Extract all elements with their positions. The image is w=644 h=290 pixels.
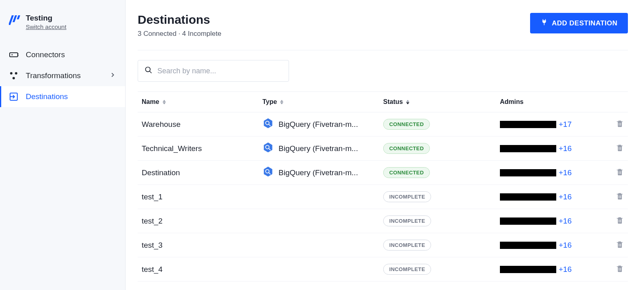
admins-more-count[interactable]: +16 xyxy=(559,265,572,274)
row-name: Destination xyxy=(142,168,262,177)
row-name: test_1 xyxy=(142,193,262,201)
add-destination-label: ADD DESTINATION xyxy=(552,19,617,27)
plug-icon xyxy=(541,19,548,28)
sidebar-item-transformations[interactable]: Transformations xyxy=(0,65,125,86)
account-block: Testing Switch account xyxy=(0,14,125,43)
connectors-icon xyxy=(9,50,19,60)
bigquery-icon xyxy=(262,118,274,131)
admin-avatar-redacted xyxy=(500,218,556,225)
destinations-icon xyxy=(9,92,19,102)
admins-more-count[interactable]: +16 xyxy=(559,168,572,177)
svg-point-8 xyxy=(15,72,17,75)
admin-avatar-redacted xyxy=(500,169,556,176)
sidebar-nav: Connectors Transformations xyxy=(0,43,125,107)
column-name[interactable]: Name xyxy=(142,98,262,106)
svg-marker-17 xyxy=(264,143,272,153)
table-row[interactable]: Technical_Writers BigQuery (Fivetran-m..… xyxy=(138,137,628,161)
row-name: test_2 xyxy=(142,217,262,226)
account-name: Testing xyxy=(26,14,66,23)
sidebar-item-label: Transformations xyxy=(26,71,81,80)
svg-marker-14 xyxy=(264,118,272,128)
sidebar-item-label: Connectors xyxy=(26,50,65,59)
switch-account-link[interactable]: Switch account xyxy=(26,23,66,30)
table-row[interactable]: test_4 INCOMPLETE +16 xyxy=(138,257,628,282)
column-type[interactable]: Type xyxy=(262,98,383,106)
row-name: test_3 xyxy=(142,241,262,250)
table-row[interactable]: Destination BigQuery (Fivetran-m... CONN… xyxy=(138,161,628,185)
row-name: Technical_Writers xyxy=(142,144,262,153)
svg-line-13 xyxy=(150,71,152,73)
sort-icon xyxy=(406,100,409,104)
sidebar-item-label: Destinations xyxy=(26,92,68,101)
svg-point-12 xyxy=(146,67,151,72)
sidebar-item-connectors[interactable]: Connectors xyxy=(0,44,125,65)
status-badge: CONNECTED xyxy=(383,119,430,130)
admin-avatar-redacted xyxy=(500,266,556,273)
destinations-table: Name Type Status xyxy=(138,91,628,282)
delete-icon[interactable] xyxy=(616,192,624,200)
table-row[interactable]: test_1 INCOMPLETE +16 xyxy=(138,185,628,209)
main-content: Destinations 3 Connected · 4 Incomplete … xyxy=(126,0,644,290)
svg-point-7 xyxy=(10,72,12,75)
page-subtitle: 3 Connected · 4 Incomplete xyxy=(138,30,221,38)
row-name: Warehouse xyxy=(142,120,262,129)
table-row[interactable]: test_3 INCOMPLETE +16 xyxy=(138,233,628,257)
admin-avatar-redacted xyxy=(500,121,556,128)
add-destination-button[interactable]: ADD DESTINATION xyxy=(530,13,628,33)
search-box[interactable] xyxy=(138,60,289,82)
column-status[interactable]: Status xyxy=(383,98,500,106)
row-type: BigQuery (Fivetran-m... xyxy=(279,144,358,153)
sidebar: Testing Switch account Connectors xyxy=(0,0,126,290)
table-header: Name Type Status xyxy=(138,91,628,112)
status-badge: INCOMPLETE xyxy=(383,264,431,275)
svg-point-4 xyxy=(12,54,13,56)
admins-more-count[interactable]: +16 xyxy=(559,241,572,250)
search-section xyxy=(138,50,628,91)
sort-icon xyxy=(280,100,283,104)
status-badge: INCOMPLETE xyxy=(383,191,431,202)
delete-icon[interactable] xyxy=(616,216,624,224)
bigquery-icon xyxy=(262,142,274,155)
delete-icon[interactable] xyxy=(616,265,624,273)
row-type: BigQuery (Fivetran-m... xyxy=(279,120,358,129)
delete-icon[interactable] xyxy=(616,168,624,176)
delete-icon[interactable] xyxy=(616,144,624,152)
admins-more-count[interactable]: +17 xyxy=(559,120,572,129)
row-name: test_4 xyxy=(142,265,262,274)
table-body: Warehouse BigQuery (Fivetran-m... CONNEC… xyxy=(138,112,628,282)
delete-icon[interactable] xyxy=(616,120,624,128)
row-type: BigQuery (Fivetran-m... xyxy=(279,168,358,177)
column-admins: Admins xyxy=(500,98,600,106)
sort-icon xyxy=(163,100,166,104)
svg-marker-20 xyxy=(264,167,272,177)
status-badge: INCOMPLETE xyxy=(383,240,431,251)
admins-more-count[interactable]: +16 xyxy=(559,193,572,201)
admin-avatar-redacted xyxy=(500,193,556,201)
svg-point-9 xyxy=(12,77,15,79)
svg-rect-0 xyxy=(9,15,14,25)
admins-more-count[interactable]: +16 xyxy=(559,217,572,226)
svg-rect-2 xyxy=(17,15,20,19)
table-row[interactable]: test_2 INCOMPLETE +16 xyxy=(138,209,628,233)
search-input[interactable] xyxy=(157,67,282,75)
chevron-right-icon xyxy=(109,71,116,81)
page-title: Destinations xyxy=(138,13,221,27)
sidebar-item-destinations[interactable]: Destinations xyxy=(0,86,125,107)
admins-more-count[interactable]: +16 xyxy=(559,144,572,153)
search-icon xyxy=(144,66,153,76)
delete-icon[interactable] xyxy=(616,240,624,249)
fivetran-logo-icon xyxy=(9,14,20,26)
status-badge: INCOMPLETE xyxy=(383,215,431,226)
admin-avatar-redacted xyxy=(500,242,556,249)
table-row[interactable]: Warehouse BigQuery (Fivetran-m... CONNEC… xyxy=(138,112,628,137)
status-badge: CONNECTED xyxy=(383,167,430,178)
admin-avatar-redacted xyxy=(500,145,556,152)
svg-rect-3 xyxy=(10,53,18,57)
bigquery-icon xyxy=(262,166,274,179)
transformations-icon xyxy=(9,71,19,81)
page-header: Destinations 3 Connected · 4 Incomplete … xyxy=(138,13,628,50)
status-badge: CONNECTED xyxy=(383,143,430,154)
